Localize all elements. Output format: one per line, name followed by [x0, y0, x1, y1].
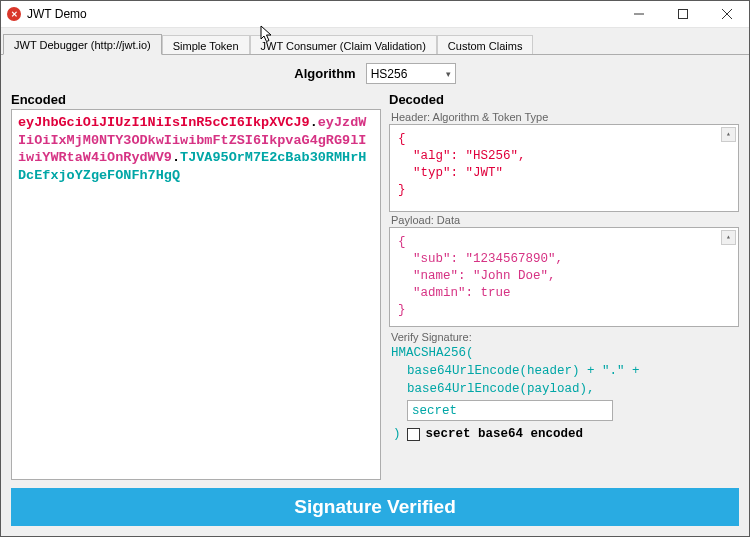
tab-content: Algorithm HS256 ▾ Encoded eyJhbGciOiJIUz…	[1, 54, 749, 536]
signature-status-bar: Signature Verified	[11, 488, 739, 526]
algorithm-value: HS256	[371, 67, 408, 81]
secret-base64-label: secret base64 encoded	[426, 425, 584, 443]
close-button[interactable]	[705, 1, 749, 27]
algorithm-label: Algorithm	[294, 66, 355, 81]
columns: Encoded eyJhbGciOiJIUzI1NiIsInR5cCI6IkpX…	[11, 92, 739, 480]
signature-block: HMACSHA256( base64UrlEncode(header) + ".…	[389, 344, 739, 444]
chevron-down-icon: ▾	[446, 69, 451, 79]
tab-jwt-debugger[interactable]: JWT Debugger (http://jwt.io)	[3, 34, 162, 55]
sig-line-2: base64UrlEncode(header) + "." +	[391, 362, 739, 380]
tab-custom-claims[interactable]: Custom Claims	[437, 35, 534, 55]
tab-jwt-consumer[interactable]: JWT Consumer (Claim Validation)	[250, 35, 437, 55]
algorithm-row: Algorithm HS256 ▾	[11, 61, 739, 92]
scroll-up-icon[interactable]: ▴	[721, 230, 736, 245]
payload-json-box[interactable]: { "sub": "1234567890", "name": "John Doe…	[389, 227, 739, 327]
token-header-part: eyJhbGciOiJIUzI1NiIsInR5cCI6IkpXVCJ9	[18, 115, 310, 130]
signature-status-text: Signature Verified	[294, 496, 456, 518]
closing-paren: )	[393, 425, 401, 443]
secret-base64-checkbox[interactable]	[407, 428, 420, 441]
minimize-button[interactable]	[617, 1, 661, 27]
algorithm-select[interactable]: HS256 ▾	[366, 63, 456, 84]
titlebar: ✕ JWT Demo	[1, 1, 749, 28]
window-title: JWT Demo	[27, 7, 87, 21]
encoded-textbox[interactable]: eyJhbGciOiJIUzI1NiIsInR5cCI6IkpXVCJ9.eyJ…	[11, 109, 381, 480]
header-section-label: Header: Algorithm & Token Type	[391, 111, 739, 123]
encoded-column: Encoded eyJhbGciOiJIUzI1NiIsInR5cCI6IkpX…	[11, 92, 381, 480]
maximize-button[interactable]	[661, 1, 705, 27]
header-json-box[interactable]: { "alg": "HS256", "typ": "JWT" }▴	[389, 124, 739, 212]
app-window: ✕ JWT Demo JWT Debugger (http://jwt.io) …	[0, 0, 750, 537]
decoded-heading: Decoded	[389, 92, 739, 107]
sig-line-3: base64UrlEncode(payload),	[391, 380, 739, 398]
decoded-column: Decoded Header: Algorithm & Token Type {…	[389, 92, 739, 480]
window-controls	[617, 1, 749, 27]
secret-input[interactable]	[407, 400, 613, 421]
encoded-heading: Encoded	[11, 92, 381, 107]
signature-section-label: Verify Signature:	[391, 331, 739, 343]
tab-bar: JWT Debugger (http://jwt.io) Simple Toke…	[1, 28, 749, 54]
payload-section-label: Payload: Data	[391, 214, 739, 226]
scroll-up-icon[interactable]: ▴	[721, 127, 736, 142]
app-icon: ✕	[7, 7, 21, 21]
sig-line-1: HMACSHA256(	[391, 346, 474, 360]
svg-rect-1	[679, 10, 688, 19]
tab-simple-token[interactable]: Simple Token	[162, 35, 250, 55]
